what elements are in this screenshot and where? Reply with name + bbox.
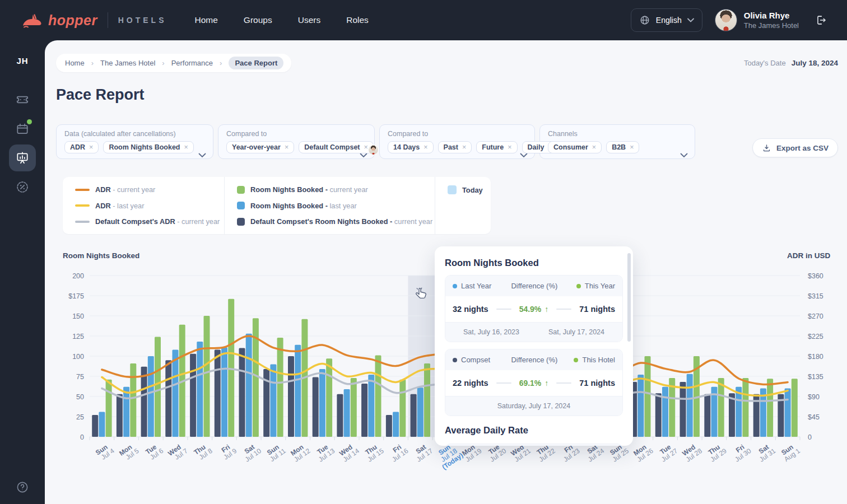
bar[interactable] (393, 412, 399, 437)
bar[interactable] (221, 347, 227, 437)
bar[interactable] (655, 393, 662, 437)
bar[interactable] (204, 316, 210, 437)
bar[interactable] (106, 380, 112, 437)
filter-dropdown[interactable]: ChannelsConsumer×B2B× (539, 124, 695, 159)
chip-remove-icon[interactable]: × (285, 143, 288, 151)
legend-item-line: ADR - current year (75, 185, 224, 194)
bar[interactable] (424, 363, 430, 437)
bar[interactable] (130, 363, 136, 437)
user-organization: The James Hotel (744, 21, 799, 30)
left-axis-tick: 50 (76, 393, 84, 401)
language-selector[interactable]: English (631, 8, 702, 32)
breadcrumb-item[interactable]: The James Hotel (100, 59, 155, 67)
bar[interactable] (351, 378, 357, 437)
bar[interactable] (270, 364, 276, 437)
bar[interactable] (239, 348, 245, 437)
sidebar-item-calendar[interactable] (9, 115, 36, 142)
bar[interactable] (295, 345, 301, 437)
logout-button[interactable] (815, 14, 827, 26)
breadcrumb-item[interactable]: Pace Report (229, 57, 283, 69)
chip-remove-icon[interactable]: × (508, 143, 511, 151)
bar[interactable] (662, 387, 668, 437)
bar[interactable] (277, 338, 283, 437)
bar[interactable] (792, 379, 798, 437)
filter-chip-label: Daily (528, 143, 544, 151)
bar[interactable] (123, 387, 129, 437)
bar[interactable] (645, 356, 651, 437)
chip-remove-icon[interactable]: × (184, 143, 188, 151)
bar[interactable] (173, 350, 179, 437)
right-axis-tick: 0 (808, 433, 812, 441)
filter-dropdown[interactable]: Compared toYear-over-year×Default Compse… (218, 124, 375, 159)
bar[interactable] (637, 375, 644, 437)
bar[interactable] (680, 382, 686, 437)
chip-remove-icon[interactable]: × (462, 143, 466, 151)
bar[interactable] (288, 356, 294, 437)
bar[interactable] (417, 388, 424, 437)
topnav-item-groups[interactable]: Groups (244, 15, 272, 25)
bar[interactable] (197, 342, 203, 437)
bar[interactable] (337, 394, 343, 437)
bar[interactable] (361, 384, 367, 437)
workspace-initials: JH (0, 56, 45, 66)
breadcrumb-item[interactable]: Performance (171, 59, 213, 67)
bar[interactable] (368, 375, 374, 437)
x-axis-label: ThuJul 15 (362, 441, 385, 463)
bar[interactable] (313, 377, 319, 437)
chip-remove-icon[interactable]: × (364, 143, 368, 151)
language-label: English (656, 16, 682, 25)
user-menu[interactable]: Olivia Rhye The James Hotel (715, 9, 799, 31)
bar[interactable] (148, 356, 154, 437)
tooltip-right-value: 71 nights (579, 379, 615, 388)
filter-label: Data (calculated after cancellations) (64, 130, 205, 138)
bar[interactable] (190, 354, 196, 437)
bar[interactable] (399, 380, 406, 437)
filter-dropdown[interactable]: Compared to14 Days×Past×Future×Daily× (379, 124, 535, 159)
bar[interactable] (687, 374, 693, 437)
change-percent: 69.1% (519, 379, 542, 388)
chip-remove-icon[interactable]: × (424, 143, 427, 151)
bar[interactable] (411, 394, 417, 437)
bar[interactable] (785, 389, 791, 437)
bar[interactable] (326, 358, 332, 437)
filter-chip: Year-over-year× (226, 141, 294, 153)
tooltip-scrollbar-thumb[interactable] (627, 253, 631, 342)
chip-remove-icon[interactable]: × (89, 143, 93, 151)
x-axis-label: MonJul 5 (118, 441, 141, 463)
bar[interactable] (117, 394, 123, 437)
filter-chip-label: Future (482, 143, 504, 151)
bar[interactable] (165, 360, 171, 437)
bar[interactable] (92, 415, 98, 437)
filter-row: Data (calculated after cancellations)ADR… (56, 124, 838, 159)
export-csv-button[interactable]: Export as CSV (752, 138, 838, 157)
filter-label: Channels (548, 130, 687, 138)
sidebar-item-reservations[interactable] (9, 86, 36, 113)
change-percent: 54.9% (519, 305, 542, 314)
bar[interactable] (718, 378, 724, 437)
chip-remove-icon[interactable]: × (592, 143, 596, 151)
topnav-item-users[interactable]: Users (298, 15, 320, 25)
topnav-item-home[interactable]: Home (195, 15, 218, 25)
chip-remove-icon[interactable]: × (630, 143, 634, 151)
topnav-item-roles[interactable]: Roles (346, 15, 369, 25)
bar[interactable] (767, 379, 773, 437)
sidebar-item-promotions[interactable] (9, 174, 36, 200)
bar[interactable] (155, 337, 161, 437)
bar[interactable] (386, 415, 392, 437)
bar[interactable] (704, 394, 710, 437)
help-icon (16, 480, 29, 494)
bar[interactable] (742, 378, 748, 437)
help-button[interactable] (16, 480, 29, 494)
bar[interactable] (319, 369, 325, 437)
bar[interactable] (246, 334, 252, 437)
brand-logo: hopper HOTELS (20, 12, 167, 29)
bar[interactable] (375, 356, 381, 437)
left-axis-tick: 100 (72, 353, 84, 361)
bar[interactable] (344, 389, 350, 437)
bar[interactable] (99, 412, 105, 437)
sidebar-item-performance[interactable] (9, 144, 36, 171)
filter-dropdown[interactable]: Data (calculated after cancellations)ADR… (56, 124, 213, 159)
breadcrumb-item[interactable]: Home (65, 59, 85, 67)
x-axis-label: SatJul 17 (411, 441, 435, 463)
bar[interactable] (215, 350, 221, 437)
